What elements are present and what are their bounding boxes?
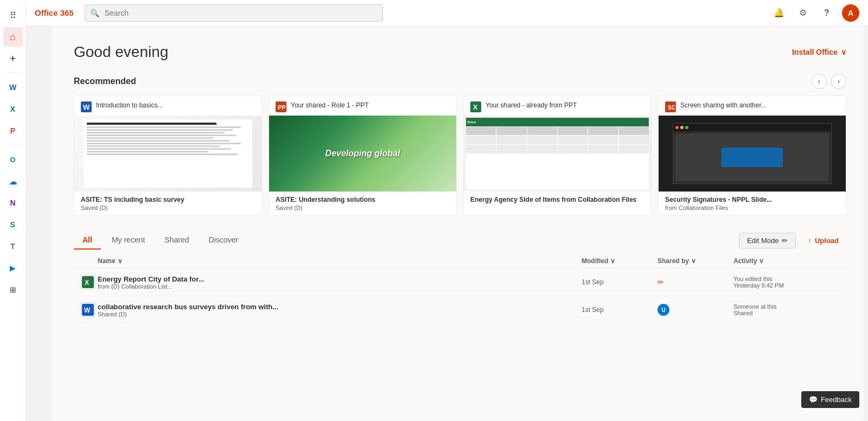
sidebar-add[interactable]: +: [3, 49, 23, 68]
card-title-1: Your shared - Role 1 - PPT: [291, 101, 369, 110]
install-office-label: Install Office: [792, 48, 838, 56]
card-footer-title-2: Energy Agency Side of Items from Collabo…: [470, 196, 644, 203]
sidebar-onedrive[interactable]: ☁: [3, 171, 23, 191]
col-modified-sort-icon: ∨: [610, 257, 615, 265]
sidebar-teams[interactable]: T: [3, 237, 23, 256]
scrollbar[interactable]: [864, 0, 868, 421]
app-logo[interactable]: Office 365: [35, 8, 74, 17]
card-header-2: X Your shared - already from PPT: [464, 96, 651, 116]
file-name-block-0: Energy Report City of Data for... from (…: [98, 275, 582, 290]
nav-prev-button[interactable]: ‹: [812, 74, 827, 89]
card-footer-title-1: ASITE: Understanding solutions: [276, 196, 450, 203]
file-shared-1: U: [658, 304, 733, 316]
sidebar: ⠿ ⌂ + W X P O ☁ N S T ▶ ⊞: [0, 0, 26, 421]
header: Office 365 🔍 🔔 ⚙ ? A: [26, 0, 868, 26]
recommended-section-header: Recommended ‹ ›: [74, 74, 846, 89]
tab-shared-label: Shared: [164, 235, 189, 244]
sidebar-flow[interactable]: ▶: [3, 258, 23, 278]
card-app-icon-1: PP: [276, 101, 286, 112]
tab-shared[interactable]: Shared: [156, 231, 197, 250]
card-thumbnail-2: Sheet: [464, 116, 651, 192]
svg-text:W: W: [83, 103, 90, 111]
search-input[interactable]: [85, 4, 383, 22]
card-footer-sub-0: Saved (D): [81, 205, 255, 211]
user-avatar[interactable]: A: [842, 4, 859, 22]
sidebar-onenote[interactable]: N: [3, 193, 23, 213]
notification-icon: 🔔: [774, 8, 784, 18]
card-title-2: Your shared - already from PPT: [486, 101, 577, 110]
feedback-button[interactable]: 💬 Feedback: [801, 391, 859, 408]
col-shared-label: Shared by: [658, 257, 689, 265]
card-app-icon-2: X: [470, 101, 481, 112]
tabs-actions: Edit Mode ✏ ↑ Upload: [739, 233, 846, 248]
sidebar-dashboard[interactable]: ⊞: [3, 280, 23, 299]
upload-button[interactable]: ↑ Upload: [800, 233, 846, 248]
file-activity-text-0: You edited this: [733, 276, 842, 282]
file-row-1[interactable]: W collaborative research bus surveys dri…: [74, 296, 846, 324]
card-title-3: Screen sharing with another...: [680, 101, 767, 110]
card-footer-2: Energy Agency Side of Items from Collabo…: [464, 192, 651, 209]
col-activity-header: Activity ∨: [733, 257, 842, 265]
sidebar-waffle[interactable]: ⠿: [3, 5, 23, 25]
edit-mode-button[interactable]: Edit Mode ✏: [739, 233, 796, 248]
file-modified-0: 1st Sep: [582, 278, 658, 286]
sidebar-excel[interactable]: X: [3, 99, 23, 119]
help-button[interactable]: ?: [818, 4, 835, 22]
tab-discover-label: Discover: [209, 235, 238, 244]
settings-icon: ⚙: [799, 8, 807, 18]
col-modified-sort[interactable]: Modified ∨: [582, 257, 615, 265]
sidebar-powerpoint[interactable]: P: [3, 121, 23, 141]
file-app-badge-0: X: [80, 274, 96, 290]
card-footer-sub-3: from Collaboration Files: [665, 205, 839, 211]
home-icon: ⌂: [10, 31, 16, 43]
file-name-0: Energy Report City of Data for...: [98, 275, 582, 283]
nav-arrows: ‹ ›: [812, 74, 846, 89]
col-name-header: Name ∨: [98, 257, 582, 265]
card-footer-title-0: ASITE: TS including basic survey: [81, 196, 255, 203]
card-footer-title-3: Security Signatures - NPPL Slide...: [665, 196, 839, 203]
col-modified-label: Modified: [582, 257, 608, 265]
file-tabs: All My recent Shared Discover: [74, 231, 249, 250]
edit-indicator-0: ✏: [658, 278, 664, 286]
tab-all[interactable]: All: [74, 231, 101, 250]
card-app-icon-0: W: [81, 101, 92, 112]
notification-button[interactable]: 🔔: [770, 4, 788, 22]
file-row-0[interactable]: X Energy Report City of Data for... from…: [74, 269, 846, 296]
col-shared-sort[interactable]: Shared by ∨: [658, 257, 696, 265]
dashboard-icon: ⊞: [10, 285, 16, 294]
waffle-icon: ⠿: [10, 10, 16, 21]
nav-next-button[interactable]: ›: [831, 74, 846, 89]
main-content: Good evening Install Office ∨ Recommende…: [52, 26, 868, 421]
install-office-button[interactable]: Install Office ∨: [792, 48, 846, 56]
svg-text:X: X: [85, 279, 89, 286]
card-thumbnail-3: [659, 116, 846, 192]
card-thumbnail-0: [74, 116, 261, 192]
sidebar-home[interactable]: ⌂: [3, 27, 23, 47]
col-activity-sort[interactable]: Activity ∨: [733, 257, 764, 265]
file-activity-0: You edited this Yesterday 9:42 PM: [733, 276, 842, 289]
settings-button[interactable]: ⚙: [794, 4, 812, 22]
rec-card-3[interactable]: SC Screen sharing with another...: [658, 95, 846, 216]
outlook-icon: O: [10, 156, 15, 164]
file-activity-time-1: Shared: [733, 310, 842, 316]
card-app-icon-3: SC: [665, 101, 676, 112]
file-list-header: Name ∨ Modified ∨ Shared by ∨ Activity ∨: [74, 254, 846, 269]
card-footer-3: Security Signatures - NPPL Slide... from…: [659, 192, 846, 215]
file-activity-time-0: Yesterday 9:42 PM: [733, 282, 842, 289]
col-name-sort[interactable]: Name ∨: [98, 257, 123, 265]
tab-discover[interactable]: Discover: [200, 231, 247, 250]
rec-card-2[interactable]: X Your shared - already from PPT Sheet: [463, 95, 652, 216]
tab-my-recent-label: My recent: [112, 235, 145, 244]
shared-avatar-initials: U: [661, 307, 665, 313]
rec-card-0[interactable]: W Introduction to basics...: [74, 95, 262, 216]
rec-card-1[interactable]: PP Your shared - Role 1 - PPT Developing…: [269, 95, 457, 216]
card-header-1: PP Your shared - Role 1 - PPT: [269, 96, 456, 116]
sidebar-outlook[interactable]: O: [3, 150, 23, 169]
sidebar-word[interactable]: W: [3, 78, 23, 97]
col-shared-header: Shared by ∨: [658, 257, 733, 265]
sidebar-sharepoint[interactable]: S: [3, 215, 23, 234]
tab-my-recent[interactable]: My recent: [103, 231, 154, 250]
edit-mode-label: Edit Mode: [747, 237, 779, 245]
file-modified-1: 1st Sep: [582, 306, 658, 314]
recommended-cards: W Introduction to basics...: [74, 95, 846, 216]
